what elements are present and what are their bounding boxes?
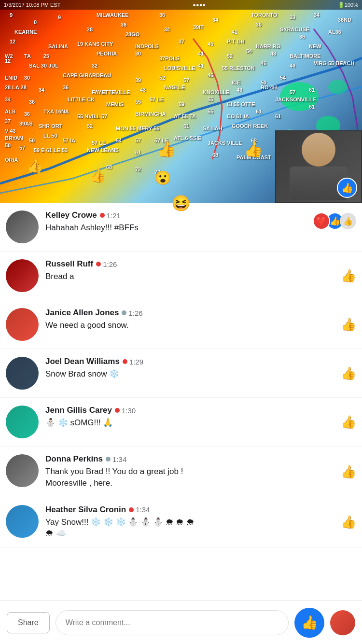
comment-text: ⛄ ❄️ sOMG!!! 🙏 <box>45 417 356 429</box>
comment-time: 1:26 <box>103 260 117 268</box>
svg-point-3 <box>328 80 348 94</box>
comment-time: 1:21 <box>107 211 121 220</box>
commenter-name: Joel Dean Williams <box>45 357 120 366</box>
ghost-like: 👍 <box>340 213 356 229</box>
like-button[interactable]: 👍 <box>341 366 356 381</box>
commenter-name: Jenn Gillis Carey <box>45 406 112 415</box>
online-indicator <box>96 262 101 266</box>
weather-map: 1/3/2017 10:08 PM EST ●●●● 🔋100% 9 0 9 M… <box>0 0 362 203</box>
comment-time: 1:30 <box>122 406 136 415</box>
online-indicator <box>115 408 120 413</box>
comment-content: Jenn Gillis Carey 1:30 ⛄ ❄️ sOMG!!! 🙏 <box>45 406 356 429</box>
status-bar: 1/3/2017 10:08 PM EST ●●●● 🔋100% <box>0 0 362 10</box>
bottom-action-bar: Share 👍 <box>0 601 362 644</box>
comment-text: Yay Snow!!! ❄️ ❄️ ❄️ ⛄ ⛄ ⛄ 🌨 🌨 🌨🌨 ☁️ <box>45 517 356 540</box>
comment-text: We need a good snow. <box>45 320 356 331</box>
avatar <box>6 210 39 243</box>
commenter-name: Russell Ruff <box>45 259 93 269</box>
comment-text: Hahahah Ashley!!! #BFFs <box>45 222 356 234</box>
comment-header: Donna Perkins 1:34 <box>45 454 356 464</box>
commenter-name: Heather Silva Cronin <box>45 505 126 515</box>
like-button[interactable]: 👍 <box>341 515 356 530</box>
comment-row: Russell Ruff 1:26 Bread a 👍 <box>0 252 362 300</box>
avatar <box>6 357 39 390</box>
heart-reaction[interactable]: ❤️ <box>313 212 330 230</box>
comment-time: 1:34 <box>112 455 126 463</box>
comment-header: Russell Ruff 1:26 <box>45 259 356 269</box>
comment-header: Janice Allen Jones 1:26 <box>45 308 356 318</box>
comment-content: Donna Perkins 1:34 Thank you Brad !! You… <box>45 454 356 489</box>
comment-input[interactable] <box>56 610 289 635</box>
comment-text: Bread a <box>45 271 356 282</box>
like-button[interactable]: 👍 <box>341 464 356 479</box>
status-battery: 🔋100% <box>338 2 358 8</box>
commenter-name: Janice Allen Jones <box>45 308 119 318</box>
online-indicator <box>129 507 134 512</box>
share-button[interactable]: Share <box>7 612 50 633</box>
reaction-buttons[interactable]: ❤️ 👍 👍 <box>313 212 356 230</box>
comment-row: Janice Allen Jones 1:26 We need a good s… <box>0 300 362 349</box>
comment-time: 1:34 <box>136 505 150 514</box>
online-indicator <box>106 457 111 462</box>
comment-row: Heather Silva Cronin 1:34 Yay Snow!!! ❄️… <box>0 497 362 548</box>
video-thumbnail: 👍 <box>275 130 362 203</box>
like-button[interactable]: 👍 <box>341 268 356 283</box>
map-reaction-thumbsup-4[interactable]: 👍 <box>244 140 263 158</box>
comment-header: Kelley Crowe 1:21 <box>45 210 356 220</box>
map-reaction-thumbsup-2[interactable]: 👍 <box>89 168 106 183</box>
avatar <box>6 505 39 538</box>
reaction-emoji-laughing: 😆 <box>171 194 191 212</box>
comment-text: Thank you Brad !! You do a great job !Mo… <box>45 466 356 489</box>
user-avatar-small <box>330 610 355 635</box>
comment-header: Joel Dean Williams 1:29 <box>45 357 356 366</box>
reaction-row: ❤️ 👍 👍 <box>313 212 356 230</box>
big-like-button[interactable]: 👍 <box>294 608 324 638</box>
avatar <box>6 259 39 292</box>
comment-content: Joel Dean Williams 1:29 Snow Brad snow ❄… <box>45 357 356 380</box>
comment-row: Jenn Gillis Carey 1:30 ⛄ ❄️ sOMG!!! 🙏 👍 <box>0 398 362 447</box>
online-indicator <box>123 359 127 364</box>
map-reaction-surprised[interactable]: 😮 <box>154 170 171 186</box>
comment-content: Janice Allen Jones 1:26 We need a good s… <box>45 308 356 331</box>
like-button[interactable]: 👍 <box>341 415 356 430</box>
comment-time: 1:26 <box>128 309 142 317</box>
commenter-name: Kelley Crowe <box>45 210 97 220</box>
commenter-name: Donna Perkins <box>45 454 103 464</box>
avatar <box>6 454 39 487</box>
svg-point-0 <box>280 82 319 111</box>
avatar <box>6 308 39 341</box>
comment-header: Heather Silva Cronin 1:34 <box>45 505 356 515</box>
like-button[interactable]: 👍 <box>341 317 356 332</box>
comment-content: Heather Silva Cronin 1:34 Yay Snow!!! ❄️… <box>45 505 356 540</box>
big-like-icon: 👍 <box>301 615 318 630</box>
comment-row: Joel Dean Williams 1:29 Snow Brad snow ❄… <box>0 349 362 398</box>
status-signal: ●●●● <box>193 2 206 8</box>
comment-time: 1:29 <box>129 358 143 366</box>
comment-text: Snow Brad snow ❄️ <box>45 368 356 380</box>
map-reaction-thumbsup-1[interactable]: 👍 <box>27 158 43 174</box>
comment-header: Jenn Gillis Carey 1:30 <box>45 406 356 415</box>
comment-content: Kelley Crowe 1:21 Hahahah Ashley!!! #BFF… <box>45 210 356 234</box>
comments-section: 😆 Kelley Crowe 1:21 Hahahah Ashley!!! #B… <box>0 203 362 547</box>
online-indicator <box>122 310 126 315</box>
comment-content: Russell Ruff 1:26 Bread a <box>45 259 356 282</box>
avatar <box>6 406 39 438</box>
online-indicator <box>100 213 105 218</box>
comment-row: Donna Perkins 1:34 Thank you Brad !! You… <box>0 447 362 497</box>
status-date: 1/3/2017 10:08 PM EST <box>4 2 60 8</box>
comment-row: 😆 Kelley Crowe 1:21 Hahahah Ashley!!! #B… <box>0 203 362 252</box>
thumbnail-like-badge[interactable]: 👍 <box>337 178 357 198</box>
map-reaction-thumbsup-3[interactable]: 👍 <box>157 140 176 158</box>
